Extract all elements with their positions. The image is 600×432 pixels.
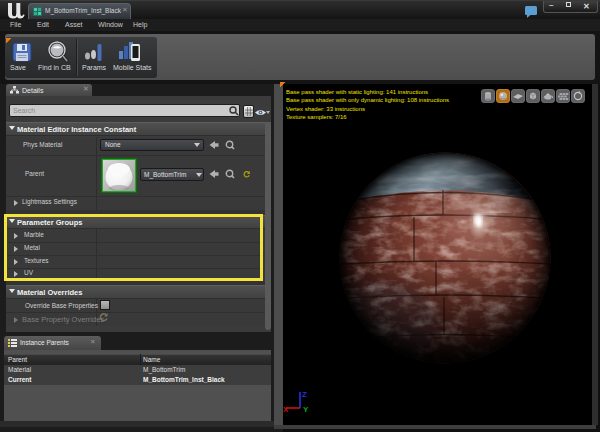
svg-text:Y: Y [303, 405, 309, 414]
svg-text:X: X [283, 405, 289, 414]
svg-text:Z: Z [302, 390, 307, 399]
